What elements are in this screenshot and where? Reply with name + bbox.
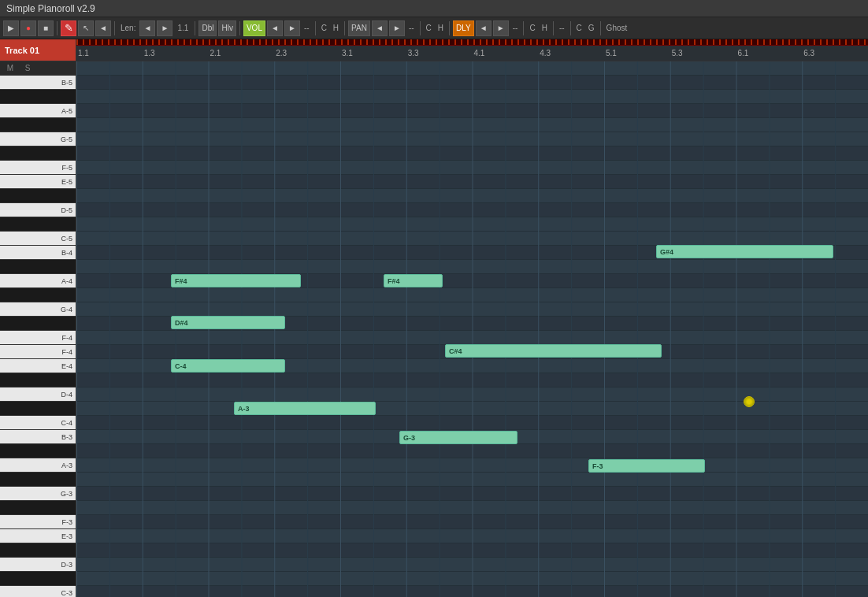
- note-A3[interactable]: A-3: [234, 402, 376, 415]
- sep9: [523, 21, 524, 35]
- note-Csharp4[interactable]: C#4: [445, 344, 662, 358]
- piano-key-B-5[interactable]: B-5: [0, 76, 76, 90]
- note-Fsharp4[interactable]: F#4: [384, 274, 443, 287]
- sep3: [195, 21, 195, 35]
- piano-key-E-3[interactable]: E-3: [0, 529, 76, 543]
- piano-key-black[interactable]: [0, 473, 76, 487]
- dly-next-button[interactable]: ►: [493, 20, 509, 36]
- ruler-mark-1-1: 1.1: [78, 49, 89, 57]
- piano-key-black[interactable]: [0, 217, 76, 232]
- piano-key-F-4[interactable]: F-4: [0, 345, 76, 359]
- piano-key-black[interactable]: [0, 146, 76, 161]
- record-button[interactable]: ●: [20, 20, 36, 36]
- piano-key-black[interactable]: [0, 402, 76, 416]
- piano-key-black[interactable]: [0, 501, 76, 515]
- piano-key-C-5[interactable]: C-5: [0, 232, 76, 246]
- piano-key-D-3[interactable]: D-3: [0, 558, 76, 572]
- note-Gsharp4[interactable]: G#4: [656, 245, 833, 258]
- ruler-mark-4-1: 4.1: [474, 49, 485, 57]
- piano-key-D-5[interactable]: D-5: [0, 203, 76, 217]
- dbl-button[interactable]: Dbl: [198, 20, 217, 36]
- piano-key-F-4[interactable]: F-4: [0, 331, 76, 345]
- note-F3[interactable]: F-3: [588, 459, 705, 473]
- dly-prev-button[interactable]: ◄: [476, 20, 491, 36]
- piano-key-G-3[interactable]: G-3: [0, 487, 76, 501]
- piano-key-black[interactable]: [0, 444, 76, 458]
- piano-key-A-4[interactable]: A-4: [0, 274, 76, 288]
- note-label: D#4: [175, 319, 188, 327]
- sep10: [553, 21, 554, 35]
- piano-key-black[interactable]: [0, 288, 76, 302]
- sep1: [57, 21, 57, 35]
- solo-button[interactable]: S: [22, 64, 33, 72]
- len-prev-button[interactable]: ◄: [139, 20, 155, 36]
- dly-button[interactable]: DLY: [453, 20, 474, 36]
- note-label: F-3: [592, 462, 603, 470]
- piano-key-A-5[interactable]: A-5: [0, 104, 76, 118]
- piano-key-C-3[interactable]: C-3: [0, 586, 76, 597]
- vol-button[interactable]: VOL: [243, 20, 265, 36]
- c-label4: C: [574, 24, 584, 32]
- piano-key-G-4[interactable]: G-4: [0, 302, 76, 317]
- stop-button[interactable]: ■: [38, 20, 54, 36]
- select-tool-button[interactable]: ↖: [78, 20, 94, 36]
- piano-roll-grid[interactable]: F#4F#4D#4C-4C#4A-3G-3G#4F-3: [76, 61, 868, 597]
- mute-button[interactable]: M: [5, 64, 16, 72]
- note-Fsharp4[interactable]: F#4: [171, 274, 301, 287]
- pan-button[interactable]: PAN: [348, 20, 370, 36]
- piano-key-black[interactable]: [0, 373, 76, 387]
- piano-key-black[interactable]: [0, 260, 76, 274]
- sep5: [315, 21, 316, 35]
- piano-key-black[interactable]: [0, 317, 76, 331]
- sep2: [114, 21, 115, 35]
- grid-area[interactable]: 1.11.32.12.33.13.34.14.35.15.36.16.37.1 …: [76, 39, 868, 597]
- c-label2: C: [424, 24, 434, 32]
- title-bar: Simple Pianoroll v2.9: [0, 0, 868, 17]
- piano-key-B-4[interactable]: B-4: [0, 246, 76, 260]
- note-Dsharp4[interactable]: D#4: [171, 316, 285, 329]
- piano-key-F-5[interactable]: F-5: [0, 161, 76, 175]
- piano-keys-panel: Track 01 M S B-5A-5G-5F-5E-5D-5C-5B-4A-4…: [0, 39, 76, 597]
- note-C4[interactable]: C-4: [171, 359, 285, 373]
- piano-key-B-3[interactable]: B-3: [0, 430, 76, 444]
- sep6: [344, 21, 345, 35]
- piano-key-D-4[interactable]: D-4: [0, 387, 76, 402]
- len-next-button[interactable]: ►: [157, 20, 172, 36]
- piano-key-black[interactable]: [0, 189, 76, 203]
- piano-key-black[interactable]: [0, 118, 76, 132]
- note-label: G#4: [660, 248, 673, 256]
- vol-dots: --: [302, 24, 312, 32]
- app-title: Simple Pianoroll v2.9: [6, 3, 95, 14]
- piano-key-G-5[interactable]: G-5: [0, 132, 76, 146]
- pan-dots: --: [406, 24, 417, 32]
- piano-key-A-3[interactable]: A-3: [0, 458, 76, 473]
- ruler-mark-4-3: 4.3: [540, 49, 551, 57]
- piano-key-black[interactable]: [0, 543, 76, 558]
- ms-row: M S: [0, 61, 76, 76]
- vol-prev-button[interactable]: ◄: [267, 20, 283, 36]
- ruler-mark-2-1: 2.1: [210, 49, 221, 57]
- piano-key-E-5[interactable]: E-5: [0, 175, 76, 189]
- sep4: [239, 21, 240, 35]
- hlv-button[interactable]: Hlv: [218, 20, 236, 36]
- piano-key-black[interactable]: [0, 90, 76, 104]
- play-button[interactable]: ▶: [3, 20, 19, 36]
- piano-key-F-3[interactable]: F-3: [0, 515, 76, 529]
- note-label: C-4: [175, 362, 187, 370]
- piano-keys-container: B-5A-5G-5F-5E-5D-5C-5B-4A-4G-4F-4F-4E-4D…: [0, 76, 76, 597]
- piano-key-black[interactable]: [0, 572, 76, 586]
- toolbar: ▶ ● ■ ✎ ↖ ◄ Len: ◄ ► 1.1 Dbl Hlv VOL ◄ ►…: [0, 17, 868, 39]
- len-value: 1.1: [174, 24, 191, 32]
- erase-tool-button[interactable]: ◄: [95, 20, 111, 36]
- pan-prev-button[interactable]: ◄: [372, 20, 388, 36]
- draw-tool-button[interactable]: ✎: [61, 20, 76, 36]
- ruler-mark-6-1: 6.1: [738, 49, 749, 57]
- notes-container: F#4F#4D#4C-4C#4A-3G-3G#4F-3: [76, 61, 868, 597]
- pan-next-button[interactable]: ►: [389, 20, 405, 36]
- ruler-mark-6-3: 6.3: [803, 49, 814, 57]
- vol-next-button[interactable]: ►: [284, 20, 300, 36]
- piano-key-E-4[interactable]: E-4: [0, 359, 76, 373]
- note-G3[interactable]: G-3: [399, 431, 517, 444]
- piano-key-C-4[interactable]: C-4: [0, 416, 76, 430]
- track-name: Track 01: [5, 46, 39, 55]
